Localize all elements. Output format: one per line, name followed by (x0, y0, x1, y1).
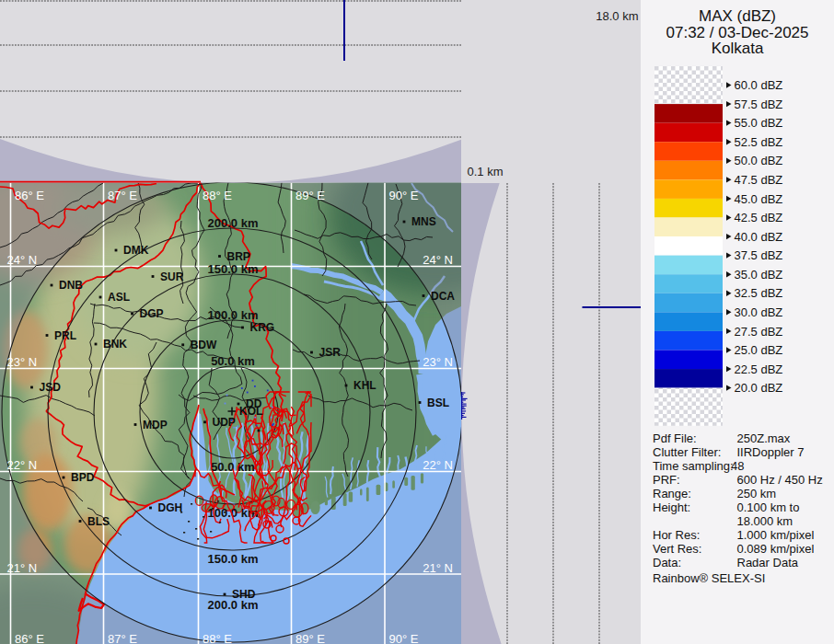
svg-text:22.5 dBZ: 22.5 dBZ (735, 362, 783, 376)
svg-text:KOL: KOL (239, 405, 262, 418)
svg-text:UDP: UDP (213, 416, 236, 429)
svg-text:Height:: Height: (653, 500, 690, 514)
svg-text:MDP: MDP (143, 419, 168, 431)
svg-text:150.0 km: 150.0 km (208, 552, 259, 566)
svg-text:23° N: 23° N (7, 355, 38, 369)
svg-text:21° N: 21° N (7, 561, 38, 575)
svg-text:Clutter Filter:: Clutter Filter: (653, 445, 721, 459)
svg-text:35.0 dBZ: 35.0 dBZ (735, 268, 783, 282)
svg-text:89° E: 89° E (295, 189, 325, 202)
svg-text:BSL: BSL (427, 397, 449, 409)
svg-text:JSR: JSR (319, 346, 342, 359)
svg-text:50.0 km: 50.0 km (211, 354, 255, 368)
svg-text:87° E: 87° E (108, 189, 137, 202)
svg-text:Rainbow® SELEX-SI: Rainbow® SELEX-SI (653, 571, 765, 585)
svg-text:Data:: Data: (653, 556, 681, 569)
svg-text:MNS: MNS (411, 215, 436, 228)
svg-text:KRG: KRG (250, 321, 275, 334)
svg-text:SUR: SUR (160, 270, 184, 283)
svg-text:DNB: DNB (59, 279, 83, 292)
svg-text:20.0 dBZ: 20.0 dBZ (735, 381, 783, 395)
svg-text:100.0 km: 100.0 km (208, 308, 259, 322)
svg-text:DCA: DCA (431, 290, 455, 303)
svg-text:150.0 km: 150.0 km (208, 262, 259, 276)
svg-text:42.5 dBZ: 42.5 dBZ (735, 211, 783, 224)
svg-text:SHD: SHD (232, 588, 256, 601)
svg-text:200.0 km: 200.0 km (208, 216, 259, 230)
svg-text:IIRDoppler 7: IIRDoppler 7 (737, 445, 805, 459)
svg-text:87° E: 87° E (108, 632, 137, 644)
svg-text:Pdf File:: Pdf File: (653, 431, 697, 445)
svg-text:30.0 dBZ: 30.0 dBZ (735, 305, 783, 319)
svg-text:60.0 dBZ: 60.0 dBZ (735, 78, 783, 92)
svg-text:88° E: 88° E (203, 189, 232, 202)
svg-text:BRP: BRP (227, 250, 250, 263)
svg-text:24° N: 24° N (423, 253, 453, 267)
svg-text:KHL: KHL (353, 379, 376, 392)
svg-text:32.5 dBZ: 32.5 dBZ (735, 286, 783, 300)
svg-text:ASL: ASL (108, 291, 130, 304)
svg-text:89° E: 89° E (295, 632, 325, 644)
svg-text:23° N: 23° N (423, 355, 453, 369)
svg-text:18.000 km: 18.000 km (737, 514, 793, 528)
svg-text:BDW: BDW (191, 339, 217, 351)
svg-text:Kolkata: Kolkata (712, 40, 764, 57)
svg-text:MAX (dBZ): MAX (dBZ) (699, 7, 776, 25)
svg-text:250 km: 250 km (737, 487, 777, 500)
svg-text:22° N: 22° N (7, 458, 38, 472)
svg-text:86° E: 86° E (15, 189, 44, 202)
svg-text:1.000 km/pixel: 1.000 km/pixel (737, 528, 815, 542)
svg-text:22° N: 22° N (423, 458, 453, 472)
svg-text:Vert Res:: Vert Res: (653, 542, 701, 556)
svg-text:47.5 dBZ: 47.5 dBZ (735, 173, 783, 187)
svg-text:18.0 km: 18.0 km (596, 9, 638, 23)
svg-text:JSD: JSD (40, 381, 62, 394)
svg-text:21° N: 21° N (423, 561, 453, 575)
svg-text:DGH: DGH (158, 501, 183, 514)
svg-text:50.0 dBZ: 50.0 dBZ (735, 154, 783, 167)
svg-text:Hor Res:: Hor Res: (653, 528, 700, 542)
svg-text:88° E: 88° E (203, 632, 232, 644)
svg-text:PRF:: PRF: (653, 473, 680, 487)
svg-text:57.5 dBZ: 57.5 dBZ (735, 98, 783, 111)
svg-text:55.0 dBZ: 55.0 dBZ (735, 116, 783, 130)
svg-text:PRL: PRL (54, 329, 76, 342)
svg-text:0.089 km/pixel: 0.089 km/pixel (737, 542, 815, 556)
svg-text:27.5 dBZ: 27.5 dBZ (735, 325, 783, 339)
svg-text:86° E: 86° E (15, 632, 44, 644)
svg-text:37.5 dBZ: 37.5 dBZ (735, 248, 783, 262)
svg-text:52.5 dBZ: 52.5 dBZ (735, 135, 783, 149)
svg-text:0.100 km to: 0.100 km to (737, 500, 800, 514)
svg-text:48: 48 (731, 459, 744, 473)
svg-text:DGP: DGP (140, 307, 164, 320)
svg-text:90° E: 90° E (389, 189, 419, 202)
svg-text:Time sampling:: Time sampling: (653, 459, 734, 473)
svg-text:Radar Data: Radar Data (737, 556, 799, 569)
svg-text:90° E: 90° E (389, 632, 419, 644)
svg-text:BLS: BLS (87, 515, 110, 528)
svg-text:45.0 dBZ: 45.0 dBZ (735, 192, 783, 206)
svg-text:40.0 dBZ: 40.0 dBZ (735, 230, 783, 244)
svg-text:24° N: 24° N (7, 253, 38, 267)
svg-text:DMK: DMK (123, 244, 149, 257)
svg-text:25.0 dBZ: 25.0 dBZ (735, 343, 783, 357)
svg-text:250Z.max: 250Z.max (737, 431, 791, 445)
svg-text:BPD: BPD (71, 471, 95, 484)
svg-text:600 Hz / 450 Hz: 600 Hz / 450 Hz (737, 473, 823, 487)
svg-text:0.1 km: 0.1 km (468, 165, 504, 178)
svg-text:Range:: Range: (653, 487, 691, 500)
svg-text:BNK: BNK (103, 338, 127, 351)
